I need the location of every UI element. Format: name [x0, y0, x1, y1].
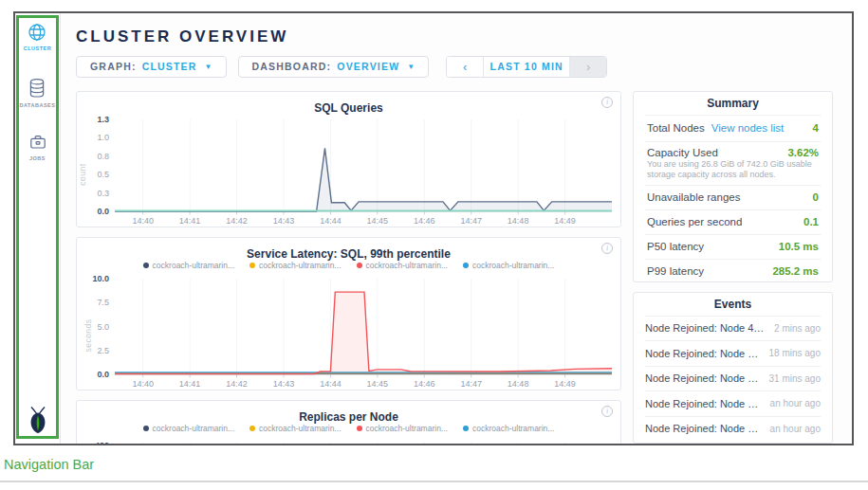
summary-label: P50 latency	[647, 241, 704, 252]
chart-card-sql-queries: SQL Queries i count 14:4014:4114:4214:43…	[76, 91, 621, 227]
legend-label: cockroach-ultramarin...	[259, 261, 341, 270]
event-text: Node Rejoined: Node 4 rej...	[645, 423, 763, 434]
svg-text:14:47: 14:47	[460, 378, 482, 388]
database-icon	[28, 78, 46, 99]
legend-item[interactable]: cockroach-ultramarin...	[463, 261, 554, 270]
summary-label: Capacity Used	[647, 147, 718, 158]
event-text: Node Rejoined: Node 4 rej...	[645, 322, 766, 334]
svg-text:14:44: 14:44	[320, 378, 342, 388]
graph-dropdown[interactable]: GRAPH: CLUSTER ▼	[76, 56, 227, 78]
event-row: Node Rejoined: Node 4 rej... 2 mins ago	[645, 316, 821, 341]
time-window-selector: ‹ LAST 10 MIN ›	[446, 56, 607, 78]
legend-label: cockroach-ultramarin...	[472, 261, 554, 270]
svg-text:14:46: 14:46	[414, 378, 435, 388]
legend-label: cockroach-ultramarin...	[472, 424, 554, 433]
summary-row-p99: P99 latency 285.2 ms	[645, 259, 821, 283]
event-time: 31 mins ago	[769, 373, 821, 384]
legend-item[interactable]: cockroach-ultramarin...	[143, 261, 234, 270]
summary-label: Unavailable ranges	[647, 191, 740, 203]
sidebar-item-cluster[interactable]: CLUSTER	[24, 23, 51, 51]
summary-value: 4	[813, 122, 819, 134]
dashboard-dropdown-label: DASHBOARD:	[252, 61, 332, 72]
event-text: Node Rejoined: Node 2 rej...	[645, 372, 762, 384]
legend-item[interactable]: cockroach-ultramarin...	[249, 261, 341, 270]
svg-text:14:45: 14:45	[367, 215, 389, 225]
legend-item[interactable]: cockroach-ultramarin...	[463, 424, 554, 433]
svg-text:1.3: 1.3	[97, 115, 109, 124]
event-time: 18 mins ago	[769, 348, 821, 358]
chart-card-replicas-per-node: Replicas per Node i cockroach-ultramarin…	[76, 400, 621, 445]
info-icon[interactable]: i	[601, 97, 613, 108]
svg-text:7.5: 7.5	[97, 298, 109, 307]
summary-value: 0.1	[803, 216, 819, 227]
info-icon[interactable]: i	[601, 406, 613, 417]
service-latency-chart[interactable]: 14:4014:4114:4214:4314:4414:4514:4614:47…	[77, 272, 620, 390]
sidebar-item-databases[interactable]: DATABASES	[20, 78, 56, 108]
svg-text:0.0: 0.0	[97, 370, 109, 379]
events-title: Events	[645, 293, 821, 316]
svg-text:14:47: 14:47	[460, 215, 482, 225]
replicas-per-node-chart[interactable]: 14:4014:4114:4214:4314:4414:4514:4614:47…	[77, 435, 620, 445]
sql-queries-chart[interactable]: 14:4014:4114:4214:4314:4414:4514:4614:47…	[77, 113, 620, 227]
summary-title: Summary	[645, 92, 821, 115]
view-nodes-list-link[interactable]: View nodes list	[711, 122, 785, 134]
right-column: Summary Total Nodes View nodes list 4 Ca…	[633, 91, 833, 444]
event-row: Node Rejoined: Node 2 rej... 31 mins ago	[645, 366, 821, 391]
time-window-prev-button[interactable]: ‹	[447, 57, 483, 77]
legend-label: cockroach-ultramarin...	[153, 424, 234, 433]
event-text: Node Rejoined: Node 1 rej...	[645, 398, 763, 409]
time-window-label[interactable]: LAST 10 MIN	[483, 57, 570, 77]
legend-dot-icon	[143, 426, 149, 431]
svg-text:0.3: 0.3	[97, 188, 109, 197]
legend-dot-icon	[249, 263, 255, 268]
legend-item[interactable]: cockroach-ultramarin...	[143, 424, 234, 433]
svg-text:2.5: 2.5	[97, 345, 109, 354]
legend-dot-icon	[357, 426, 362, 431]
svg-text:14:45: 14:45	[367, 378, 389, 388]
chart-title: Service Latency: SQL, 99th percentile	[247, 247, 451, 261]
main-content: CLUSTER OVERVIEW GRAPH: CLUSTER ▼ DASHBO…	[61, 13, 852, 444]
time-window-next-button[interactable]: ›	[570, 57, 606, 77]
legend-label: cockroach-ultramarin...	[366, 424, 448, 433]
controls-row: GRAPH: CLUSTER ▼ DASHBOARD: OVERVIEW ▼ ‹…	[76, 56, 833, 78]
svg-text:14:44: 14:44	[320, 215, 342, 225]
svg-text:14:49: 14:49	[554, 215, 576, 225]
sidebar-item-label: JOBS	[29, 155, 46, 161]
dashboard-dropdown[interactable]: DASHBOARD: OVERVIEW ▼	[238, 56, 430, 78]
event-row: Node Rejoined: Node 4 rej... an hour ago	[645, 416, 821, 442]
info-icon[interactable]: i	[601, 243, 613, 254]
legend-dot-icon	[463, 263, 469, 268]
legend-item[interactable]: cockroach-ultramarin...	[357, 261, 448, 270]
page-title: CLUSTER OVERVIEW	[76, 27, 833, 47]
cockroach-logo[interactable]	[26, 406, 50, 434]
legend-label: cockroach-ultramarin...	[259, 424, 341, 433]
capacity-note: You are using 26.8 GiB of 742.0 GiB usab…	[647, 159, 819, 180]
sidebar-item-label: CLUSTER	[24, 45, 51, 51]
summary-row-p50: P50 latency 10.5 ms	[645, 234, 821, 259]
legend-label: cockroach-ultramarin...	[366, 261, 448, 270]
globe-icon	[28, 23, 46, 42]
navigation-bar: CLUSTER DATABASES JOBS	[15, 13, 61, 444]
legend-item[interactable]: cockroach-ultramarin...	[357, 424, 448, 433]
legend-dot-icon	[143, 263, 149, 268]
svg-text:14:40: 14:40	[132, 215, 154, 225]
summary-value: 285.2 ms	[772, 265, 819, 277]
event-time: an hour ago	[770, 424, 821, 434]
svg-text:0.0: 0.0	[97, 207, 109, 216]
chart-card-service-latency: Service Latency: SQL, 99th percentile i …	[76, 237, 621, 390]
sidebar-item-jobs[interactable]: JOBS	[28, 133, 47, 161]
y-axis-label: count	[78, 163, 87, 185]
svg-text:14:40: 14:40	[132, 378, 154, 388]
y-axis-label: seconds	[83, 318, 93, 352]
svg-text:14:48: 14:48	[508, 215, 529, 225]
svg-text:0.8: 0.8	[97, 151, 109, 160]
event-row: Node Rejoined: Node 1 rej... an hour ago	[645, 390, 821, 416]
svg-text:14:42: 14:42	[226, 378, 248, 388]
summary-label: Total Nodes	[647, 122, 705, 134]
legend-item[interactable]: cockroach-ultramarin...	[249, 424, 341, 433]
summary-panel: Summary Total Nodes View nodes list 4 Ca…	[633, 91, 833, 282]
graph-dropdown-value: CLUSTER	[142, 61, 197, 72]
summary-label: Queries per second	[647, 216, 742, 227]
charts-column: SQL Queries i count 14:4014:4114:4214:43…	[76, 91, 621, 445]
svg-text:14:42: 14:42	[226, 215, 248, 225]
